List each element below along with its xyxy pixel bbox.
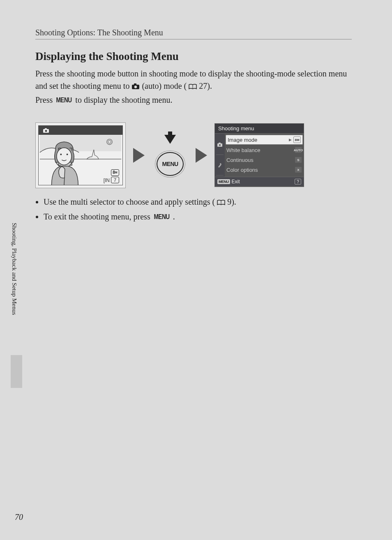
bullet-list: Use the multi selector to choose and app… bbox=[44, 196, 356, 224]
svg-point-2 bbox=[134, 85, 137, 88]
camera-tab-icon bbox=[216, 134, 224, 155]
menu-side-tabs bbox=[215, 134, 225, 177]
svg-point-17 bbox=[219, 144, 221, 146]
breadcrumb-section: Shooting Options: The Shooting Menu bbox=[35, 28, 352, 39]
menu-item-color-options: Color options X bbox=[225, 165, 304, 175]
text: to display the shooting menu. bbox=[75, 95, 172, 104]
lcd-preview-screen: 8M 7 [IN bbox=[35, 122, 126, 188]
paragraph-2: Press MENU to display the shooting menu. bbox=[35, 94, 356, 106]
svg-rect-5 bbox=[45, 128, 47, 129]
down-arrow-icon bbox=[164, 135, 176, 144]
camera-icon bbox=[43, 127, 49, 135]
value-badge: AUTO bbox=[295, 147, 302, 153]
side-tab-text: Shooting, Playback and Setup Menus bbox=[11, 223, 18, 346]
resolution-badge: 8M bbox=[111, 169, 119, 176]
arrow-right-icon bbox=[133, 148, 145, 163]
lcd-scene-illustration bbox=[39, 135, 122, 185]
svg-rect-16 bbox=[219, 143, 221, 144]
lcd-inner: 8M 7 [IN bbox=[38, 125, 123, 185]
wrench-tab-icon bbox=[216, 155, 224, 175]
value-badge: S bbox=[295, 157, 302, 163]
menu-footer: MENU Exit ? bbox=[215, 177, 304, 186]
bullet-item: Use the multi selector to choose and app… bbox=[44, 196, 356, 209]
menu-button-ring: MENU bbox=[157, 152, 184, 176]
menu-tag-icon: MENU bbox=[217, 179, 230, 184]
text: 27). bbox=[199, 81, 212, 90]
side-tab-indicator bbox=[11, 355, 22, 388]
instruction-diagram: 8M 7 [IN MENU Shooting menu Image mode bbox=[35, 121, 352, 189]
menu-header: Shooting menu bbox=[215, 124, 304, 134]
bullet-item: To exit the shooting menu, press MENU . bbox=[44, 210, 356, 223]
svg-point-14 bbox=[67, 153, 68, 155]
menu-list: Image mode ▶ 8M White balance AUTO Conti… bbox=[225, 134, 304, 177]
value-badge: 8M bbox=[293, 136, 301, 143]
page-number: 70 bbox=[15, 512, 23, 522]
menu-button-illustration: MENU bbox=[152, 135, 188, 176]
shooting-menu-screen: Shooting menu Image mode ▶ 8M White bala… bbox=[214, 123, 304, 187]
value-badge: X bbox=[295, 166, 302, 173]
help-icon: ? bbox=[295, 179, 301, 185]
menu-text-icon: MENU bbox=[154, 212, 169, 222]
book-icon bbox=[189, 81, 197, 93]
text: (auto) mode ( bbox=[142, 81, 187, 90]
exit-label: Exit bbox=[232, 179, 240, 185]
chevron-right-icon: ▶ bbox=[289, 138, 292, 142]
svg-point-13 bbox=[60, 153, 62, 155]
menu-item-image-mode: Image mode ▶ 8M bbox=[226, 135, 303, 145]
memory-indicator: [IN bbox=[104, 178, 110, 183]
menu-item-continuous: Continuous S bbox=[225, 155, 304, 165]
svg-point-6 bbox=[45, 130, 47, 132]
svg-rect-1 bbox=[134, 83, 136, 85]
camera-icon bbox=[131, 81, 140, 93]
arrow-right-icon bbox=[196, 148, 207, 163]
menu-text-icon: MENU bbox=[56, 95, 72, 105]
lcd-topbar bbox=[39, 126, 122, 135]
book-icon bbox=[217, 196, 225, 209]
text: Press bbox=[35, 95, 55, 104]
menu-item-white-balance: White balance AUTO bbox=[225, 145, 304, 155]
page-heading: Displaying the Shooting Menu bbox=[35, 50, 179, 63]
count-badge: 7 bbox=[111, 177, 119, 183]
paragraph-1: Press the shooting mode button in shooti… bbox=[35, 67, 356, 93]
